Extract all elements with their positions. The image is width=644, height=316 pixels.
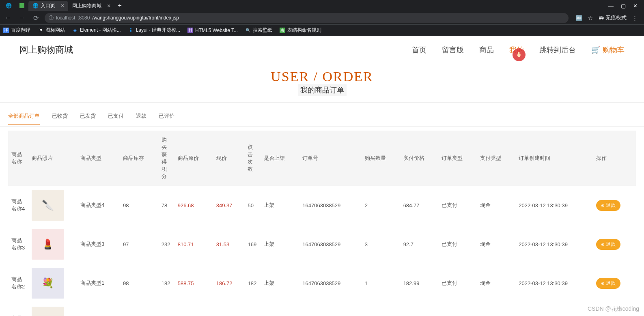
order-tabs: 全部商品订单 已收货 已发货 已支付 退款 已评价	[0, 103, 644, 127]
product-image[interactable]: 🔪	[32, 190, 64, 221]
translate-icon[interactable]: 🔤	[576, 15, 582, 21]
cell-qty: 3	[362, 225, 400, 264]
close-icon[interactable]: ×	[61, 2, 64, 9]
cell-photo: 🔪	[28, 303, 77, 316]
close-window-icon[interactable]: ✕	[633, 3, 638, 9]
back-button[interactable]: ←	[3, 14, 13, 21]
cell-photo: 🔪	[28, 186, 77, 225]
cell-paid: 684.77	[400, 186, 439, 225]
refund-button[interactable]: ⊗退款	[596, 278, 620, 289]
cell-orig-price: 588.75	[174, 264, 213, 303]
cell-action: ⊗退款	[593, 186, 636, 225]
reload-button[interactable]: ⟳	[31, 14, 41, 22]
cell-clicks: 50	[244, 186, 261, 225]
tab-all-orders[interactable]: 全部商品订单	[8, 110, 40, 125]
th-onshelf: 是否上架	[261, 131, 299, 186]
nav-admin[interactable]: 跳转到后台	[539, 45, 576, 55]
globe-icon: 🌐	[6, 3, 11, 9]
bookmark-wallpaper[interactable]: 🔍搜索壁纸	[245, 27, 272, 34]
tab-system[interactable]: 🌐	[2, 1, 15, 10]
cell-paid: 182.99	[400, 264, 439, 303]
cell-stock: 98	[120, 303, 158, 316]
order-table: 商品名称 商品照片 商品类型 商品库存 购买获得积分 商品原价 现价 点击次数 …	[8, 131, 636, 316]
cell-stock: 98	[120, 264, 158, 303]
star-icon[interactable]: ☆	[588, 15, 593, 21]
cell-ordertype: 已支付	[438, 264, 477, 303]
bookmark-icon: 译	[3, 28, 9, 33]
cell-points: 78	[158, 303, 174, 316]
browser-chrome: 🌐 🌐 入口页 × 网上购物商城 × + — ▢ ✕ ← → ⟳ ⓘ local…	[0, 0, 644, 36]
close-icon[interactable]: ×	[107, 2, 110, 9]
bookmark-label: 图标网站	[45, 27, 65, 34]
refund-icon: ⊗	[601, 281, 604, 286]
nav-msgboard[interactable]: 留言版	[442, 45, 464, 55]
tab-label: 网上购物商城	[72, 2, 101, 9]
cell-type: 商品类型4	[77, 186, 120, 225]
tab-app[interactable]	[15, 2, 28, 10]
nav-mine[interactable]: 我的	[509, 45, 524, 55]
cell-points: 182	[158, 264, 174, 303]
page-title-cn: 我的商品订单	[298, 84, 347, 96]
tab-reviewed[interactable]: 已评价	[159, 110, 174, 125]
bookmark-label: HTML5 Website T...	[195, 28, 238, 33]
th-photo: 商品照片	[28, 131, 77, 186]
cart-icon: 🛒	[591, 45, 600, 54]
menu-icon[interactable]: ⋮	[632, 15, 638, 21]
cell-orderno: 1647062971388	[299, 303, 361, 316]
forward-button[interactable]: →	[17, 14, 27, 21]
product-image[interactable]: 💐	[32, 268, 64, 299]
bookmark-label: 搜索壁纸	[253, 27, 272, 34]
refund-button[interactable]: ⊗退款	[596, 239, 620, 250]
tab-refund[interactable]: 退款	[136, 110, 146, 125]
tab-shop[interactable]: 网上购物商城 ×	[68, 1, 114, 11]
product-image[interactable]: 🔪	[32, 307, 64, 316]
incognito-badge[interactable]: 🕶 无痕模式	[599, 14, 627, 21]
main-nav: 首页 留言版 商品 我的 跳转到后台 🛒 购物车	[412, 45, 625, 55]
cell-paid: 92.7	[400, 225, 439, 264]
cell-orig-price: 926.68	[174, 303, 213, 316]
app-icon	[19, 3, 24, 8]
page-content: 网上购物商城 首页 留言版 商品 我的 跳转到后台 🛒 购物车 USER / O…	[0, 36, 644, 316]
site-logo[interactable]: 网上购物商城	[19, 44, 73, 56]
cell-points: 232	[158, 225, 174, 264]
new-tab-button[interactable]: +	[114, 2, 125, 9]
cell-type: 商品类型3	[77, 225, 120, 264]
bookmark-icons[interactable]: ⚑图标网站	[38, 27, 65, 34]
element-icon: ◈	[72, 28, 78, 33]
table-header-row: 商品名称 商品照片 商品类型 商品库存 购买获得积分 商品原价 现价 点击次数 …	[8, 131, 636, 186]
bookmark-layui[interactable]: ⅱLayui - 经典开源模...	[128, 27, 180, 34]
table-row: 商品名称4 🔪 商品类型4 98 78 926.68 349.37 50 上架 …	[8, 303, 636, 316]
th-created: 订单创建时间	[515, 131, 593, 186]
cell-now-price: 186.72	[213, 264, 245, 303]
nav-products[interactable]: 商品	[479, 45, 494, 55]
maximize-icon[interactable]: ▢	[621, 3, 626, 9]
minimize-icon[interactable]: —	[608, 3, 614, 9]
url-input[interactable]: ⓘ localhost:8080/wangshanggouwupingtai/f…	[45, 13, 569, 23]
tab-shipped[interactable]: 已发货	[80, 110, 96, 125]
layui-icon: ⅱ	[128, 28, 134, 33]
cell-paid: 684.77	[400, 303, 439, 316]
tab-received[interactable]: 已收货	[52, 110, 68, 125]
bookmark-html5[interactable]: HHTML5 Website T...	[187, 28, 238, 33]
product-image[interactable]: 💄	[32, 229, 64, 260]
th-orderno: 订单号	[299, 131, 361, 186]
search-icon: 🔍	[245, 28, 251, 33]
bookmark-baidu[interactable]: 译百度翻译	[3, 27, 30, 34]
nav-home[interactable]: 首页	[412, 45, 426, 55]
cell-clicks: 169	[244, 225, 261, 264]
cell-type: 商品类型4	[77, 303, 120, 316]
nav-cart[interactable]: 🛒 购物车	[591, 45, 625, 55]
cell-paytype: 现金	[477, 303, 515, 316]
cell-created: 2022-03-12 13:29:31	[515, 303, 593, 316]
tab-entry[interactable]: 🌐 入口页 ×	[28, 1, 68, 11]
cell-orig-price: 810.71	[174, 225, 213, 264]
cell-qty: 2	[362, 303, 400, 316]
tab-paid[interactable]: 已支付	[108, 110, 124, 125]
cell-stock: 98	[120, 186, 158, 225]
bookmark-naming[interactable]: 表表结构命名规则	[280, 27, 321, 34]
refund-button[interactable]: ⊗退款	[596, 200, 620, 211]
tabs-bar: 🌐 🌐 入口页 × 网上购物商城 × + — ▢ ✕	[0, 0, 644, 11]
cell-name: 商品名称3	[8, 225, 28, 264]
bookmark-element[interactable]: ◈Element - 网站快...	[72, 27, 121, 34]
refund-icon: ⊗	[601, 242, 604, 247]
